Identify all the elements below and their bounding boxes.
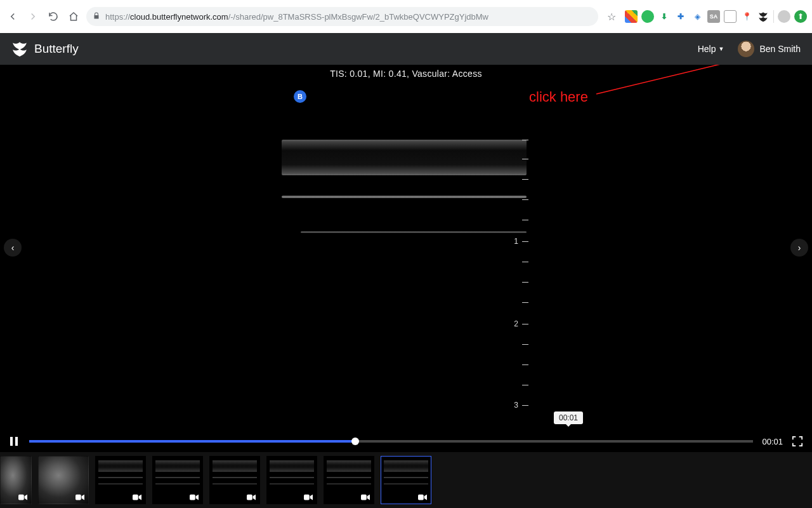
playback-controls: 00:01 bbox=[0, 431, 812, 452]
video-indicator-icon bbox=[190, 493, 199, 501]
svg-rect-2 bbox=[10, 437, 13, 446]
butterfly-logo-icon bbox=[11, 41, 28, 57]
ext-diamond-icon[interactable]: ◈ bbox=[691, 10, 704, 23]
ruler-tick bbox=[522, 220, 528, 220]
video-indicator-icon bbox=[133, 493, 141, 501]
ruler-tick bbox=[522, 302, 528, 303]
video-indicator-icon bbox=[75, 493, 84, 501]
ext-pin-icon[interactable]: 📍 bbox=[740, 10, 753, 23]
ultrasound-image bbox=[282, 140, 527, 368]
ext-butterfly-icon[interactable] bbox=[757, 10, 769, 23]
svg-rect-4 bbox=[18, 495, 24, 500]
url-text: https://cloud.butterflynetwork.com/-/sha… bbox=[105, 12, 488, 22]
thumbnail[interactable] bbox=[0, 456, 32, 504]
user-menu[interactable]: Ben Smith bbox=[738, 41, 801, 57]
thumbnail[interactable] bbox=[209, 456, 260, 504]
help-menu[interactable]: Help ▼ bbox=[698, 44, 724, 54]
thumbnail[interactable] bbox=[266, 456, 317, 504]
svg-rect-8 bbox=[247, 495, 252, 500]
ruler-tick bbox=[522, 385, 528, 385]
app-header: Butterfly Help ▼ Ben Smith bbox=[0, 33, 812, 65]
ext-update-icon[interactable]: ⬆ bbox=[794, 10, 807, 23]
user-name: Ben Smith bbox=[759, 44, 801, 54]
ruler-tick bbox=[522, 159, 528, 159]
brand-logo[interactable]: Butterfly bbox=[11, 41, 79, 57]
video-indicator-icon bbox=[247, 493, 256, 501]
lock-icon bbox=[93, 12, 100, 22]
ext-download-icon[interactable]: ⬇ bbox=[658, 10, 671, 23]
timeline-scrubber[interactable] bbox=[29, 440, 753, 443]
total-time: 00:01 bbox=[762, 437, 783, 446]
ruler-tick bbox=[522, 344, 528, 345]
svg-rect-9 bbox=[304, 495, 310, 500]
thumbnail[interactable] bbox=[152, 456, 203, 504]
separator bbox=[773, 10, 774, 23]
browser-toolbar: https://cloud.butterflynetwork.com/-/sha… bbox=[0, 0, 812, 33]
annotation-text: click here bbox=[529, 89, 588, 105]
fullscreen-button[interactable] bbox=[792, 436, 803, 447]
ruler-tick bbox=[522, 324, 528, 324]
reload-button[interactable] bbox=[46, 9, 61, 24]
video-indicator-icon bbox=[418, 493, 427, 501]
thumbnail[interactable] bbox=[38, 456, 89, 504]
scan-viewer: TIS: 0.01, MI: 0.41, Vascular: Access B … bbox=[0, 65, 812, 431]
chevron-down-icon: ▼ bbox=[718, 46, 724, 52]
svg-rect-3 bbox=[15, 437, 18, 446]
ruler-tick bbox=[522, 241, 528, 242]
ext-google-icon[interactable] bbox=[625, 10, 638, 23]
pause-icon bbox=[9, 436, 19, 446]
scan-metadata: TIS: 0.01, MI: 0.41, Vascular: Access bbox=[0, 65, 812, 79]
thumbnail[interactable] bbox=[95, 456, 146, 504]
ext-cross-icon[interactable]: ✚ bbox=[674, 10, 687, 23]
thumbnail[interactable] bbox=[324, 456, 374, 504]
ruler-tick bbox=[522, 199, 528, 200]
ruler-tick bbox=[522, 282, 528, 283]
extension-icons: ⬇ ✚ ◈ SA 📍 ⬆ bbox=[625, 10, 807, 23]
svg-rect-5 bbox=[75, 495, 81, 500]
ruler-tick bbox=[522, 364, 528, 365]
star-icon[interactable]: ☆ bbox=[603, 11, 620, 23]
ruler-tick bbox=[522, 179, 528, 180]
avatar-icon bbox=[738, 41, 754, 57]
svg-rect-6 bbox=[133, 495, 138, 500]
address-bar[interactable]: https://cloud.butterflynetwork.com/-/sha… bbox=[86, 7, 598, 26]
mode-badge: B bbox=[294, 90, 306, 103]
ruler-tick bbox=[522, 262, 528, 262]
pause-button[interactable] bbox=[9, 436, 20, 446]
svg-rect-10 bbox=[361, 495, 367, 500]
ext-sa-icon[interactable]: SA bbox=[707, 10, 720, 23]
video-indicator-icon bbox=[304, 493, 313, 501]
fullscreen-icon bbox=[792, 436, 803, 447]
back-button[interactable] bbox=[5, 9, 20, 24]
ruler-tick bbox=[522, 405, 528, 406]
time-tooltip: 00:01 bbox=[554, 411, 583, 424]
depth-ruler bbox=[509, 140, 528, 368]
ext-green-dot-icon[interactable] bbox=[641, 10, 654, 23]
thumbnail-strip bbox=[0, 452, 812, 508]
ruler-tick bbox=[522, 140, 528, 140]
home-button[interactable] bbox=[66, 9, 81, 24]
ext-profile-avatar-icon[interactable] bbox=[778, 10, 790, 23]
brand-name: Butterfly bbox=[34, 42, 79, 56]
ext-square-icon[interactable] bbox=[724, 10, 737, 23]
prev-scan-button[interactable]: ‹ bbox=[4, 239, 22, 257]
forward-button[interactable] bbox=[25, 9, 41, 24]
svg-rect-7 bbox=[190, 495, 195, 500]
video-indicator-icon bbox=[18, 493, 27, 501]
next-scan-button[interactable]: › bbox=[790, 239, 808, 257]
svg-rect-11 bbox=[418, 495, 424, 500]
thumbnail[interactable] bbox=[381, 456, 431, 504]
video-indicator-icon bbox=[361, 493, 370, 501]
